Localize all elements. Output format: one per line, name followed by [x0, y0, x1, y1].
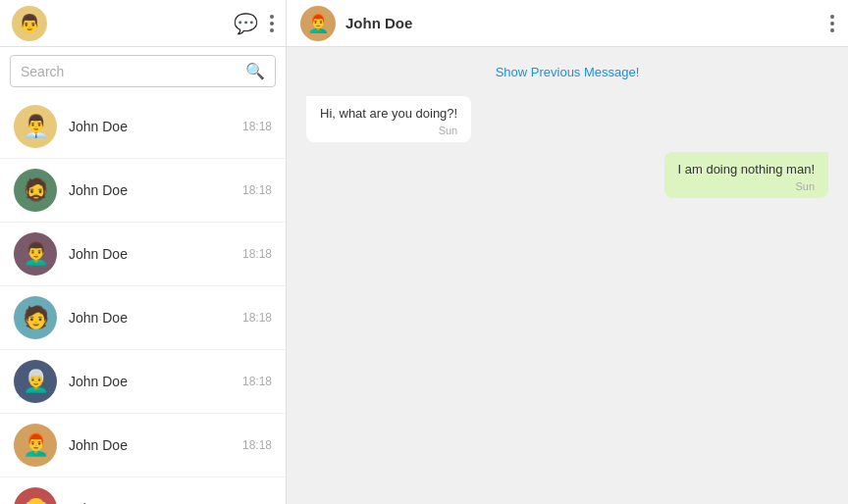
- contact-avatar-emoji: 🧔: [23, 177, 49, 203]
- contact-item[interactable]: 👨‍🦳 John Doe 18:18: [0, 350, 286, 414]
- chat-header: 👨‍🦰 John Doe: [287, 0, 848, 47]
- left-panel: 👨 💬 🔍 👨‍💼 John Doe 18:18 🧔 John Doe 18:1…: [0, 0, 287, 504]
- contact-name: John Doe: [69, 246, 242, 262]
- message-time: Sun: [678, 180, 815, 192]
- contact-name: John Doe: [69, 374, 242, 389]
- left-header-icons: 💬: [234, 12, 274, 35]
- show-previous-message[interactable]: Show Previous Message!: [306, 63, 828, 80]
- chat-header-icons: [830, 15, 834, 32]
- left-header: 👨 💬: [0, 0, 286, 47]
- contact-avatar-emoji: 👨‍🦱: [23, 241, 49, 267]
- message-text: Hi, what are you doing?!: [320, 106, 457, 121]
- contact-name: John Doe: [69, 182, 242, 198]
- contact-time: 18:18: [242, 120, 272, 133]
- chat-contact-name: John Doe: [345, 15, 830, 31]
- contact-avatar-emoji: 👴: [23, 496, 49, 504]
- contact-avatar-emoji: 👨‍💼: [23, 114, 49, 139]
- contact-avatar: 🧔: [14, 169, 57, 212]
- chat-area: Show Previous Message! Hi, what are you …: [287, 47, 848, 504]
- user-avatar[interactable]: 👨: [12, 6, 47, 41]
- more-options-icon[interactable]: [270, 15, 274, 32]
- messages-container: Hi, what are you doing?! Sun I am doing …: [306, 96, 828, 208]
- contact-item[interactable]: 👨‍🦰 John Doe 18:18: [0, 414, 286, 478]
- contact-list: 👨‍💼 John Doe 18:18 🧔 John Doe 18:18 👨‍🦱 …: [0, 95, 286, 504]
- contact-avatar: 🧑: [14, 296, 57, 339]
- contact-avatar: 👴: [14, 487, 57, 504]
- contact-avatar: 👨‍💼: [14, 105, 57, 148]
- chat-contact-avatar: 👨‍🦰: [300, 6, 336, 41]
- message-bubble: I am doing nothing man! Sun: [664, 152, 828, 198]
- contact-time: 18:18: [242, 311, 272, 325]
- message-time: Sun: [320, 125, 457, 136]
- chat-more-options-icon[interactable]: [830, 15, 834, 32]
- message-row: Hi, what are you doing?! Sun: [306, 96, 828, 142]
- contact-time: 18:18: [242, 247, 272, 261]
- contact-name: John Doe: [69, 437, 242, 453]
- new-chat-icon[interactable]: 💬: [234, 12, 258, 35]
- contact-time: 18:18: [242, 183, 272, 197]
- contact-avatar: 👨‍🦳: [14, 360, 57, 403]
- contact-avatar: 👨‍🦱: [14, 232, 57, 276]
- contact-name: John Doe: [69, 119, 242, 134]
- search-button[interactable]: 🔍: [245, 62, 265, 80]
- contact-avatar-emoji: 👨‍🦰: [23, 432, 49, 458]
- contact-item[interactable]: 🧔 John Doe 18:18: [0, 159, 286, 223]
- contact-item[interactable]: 👨‍🦱 John Doe 18:18: [0, 223, 286, 286]
- contact-name: John Doe: [69, 310, 242, 326]
- show-previous-link[interactable]: Show Previous Message!: [496, 65, 640, 79]
- message-text: I am doing nothing man!: [678, 162, 815, 176]
- message-row: I am doing nothing man! Sun: [306, 152, 828, 198]
- message-bubble: Hi, what are you doing?! Sun: [306, 96, 471, 142]
- contact-time: 18:18: [242, 375, 272, 388]
- contact-item[interactable]: 👨‍💼 John Doe 18:18: [0, 95, 286, 159]
- contact-avatar-emoji: 🧑: [23, 305, 49, 330]
- search-input[interactable]: [21, 64, 245, 79]
- contact-item[interactable]: 🧑 John Doe 18:18: [0, 286, 286, 350]
- search-box: 🔍: [10, 55, 276, 87]
- right-panel: 👨‍🦰 John Doe Show Previous Message! Hi, …: [287, 0, 848, 504]
- user-avatar-emoji: 👨: [19, 13, 40, 34]
- contact-avatar-emoji: 👨‍🦳: [23, 369, 49, 394]
- chat-contact-avatar-emoji: 👨‍🦰: [307, 13, 329, 34]
- contact-time: 18:18: [242, 438, 272, 452]
- contact-item[interactable]: 👴 John Doe 18:18: [0, 478, 286, 504]
- contact-avatar: 👨‍🦰: [14, 424, 57, 467]
